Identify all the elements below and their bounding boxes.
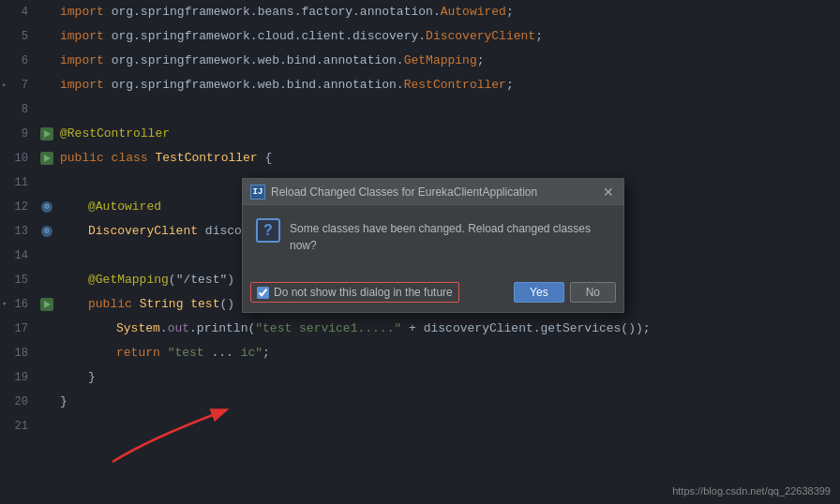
run-icon-2[interactable] <box>40 152 53 165</box>
code-line-20: 20 } <box>0 390 840 414</box>
dialog-buttons: Yes No <box>514 282 616 303</box>
watermark: https://blog.csdn.net/qq_22638399 <box>672 485 831 497</box>
code-line-17: 17 System.out.println("test service1....… <box>0 317 840 341</box>
code-line-21: 21 <box>0 414 840 438</box>
code-line-8: 8 <box>0 97 840 122</box>
yes-button[interactable]: Yes <box>514 282 564 303</box>
svg-marker-2 <box>44 301 51 308</box>
run-icon-3[interactable] <box>40 298 53 311</box>
run-icon[interactable] <box>40 127 53 141</box>
dialog-titlebar: IJ Reload Changed Classes for EurekaClie… <box>243 179 623 205</box>
dialog-body: ? Some classes have been changed. Reload… <box>243 205 623 276</box>
bean-icon-2: ⚙ <box>41 226 52 237</box>
dialog-message: Some classes have been changed. Reload c… <box>290 218 610 254</box>
reload-dialog: IJ Reload Changed Classes for EurekaClie… <box>242 178 624 313</box>
dialog-message-row: ? Some classes have been changed. Reload… <box>256 218 610 254</box>
code-line-4: 4 import org.springframework.beans.facto… <box>0 0 840 24</box>
code-line-10: 10 public class TestController { <box>0 146 840 170</box>
bean-icon: ⚙ <box>41 201 52 213</box>
no-button[interactable]: No <box>570 282 616 303</box>
dialog-question-icon: ? <box>256 218 280 243</box>
code-line-7: ▸7 import org.springframework.web.bind.a… <box>0 73 840 97</box>
dialog-app-icon: IJ <box>250 185 265 200</box>
svg-marker-1 <box>44 155 51 162</box>
dialog-title: Reload Changed Classes for EurekaClientA… <box>271 185 601 199</box>
do-not-show-checkbox[interactable] <box>257 287 269 299</box>
code-line-9: 9 @RestController <box>0 122 840 146</box>
code-line-6: 6 import org.springframework.web.bind.an… <box>0 49 840 73</box>
code-line-19: 19 } <box>0 365 840 390</box>
dialog-footer: Do not show this dialog in the future Ye… <box>243 276 623 312</box>
svg-marker-0 <box>44 130 51 138</box>
checkbox-text: Do not show this dialog in the future <box>274 286 453 299</box>
do-not-show-checkbox-label[interactable]: Do not show this dialog in the future <box>250 282 459 303</box>
code-line-18: 18 return "test ... ic"; <box>0 341 840 365</box>
code-line-5: 5 import org.springframework.cloud.clien… <box>0 24 840 49</box>
dialog-close-button[interactable]: ✕ <box>601 185 616 199</box>
